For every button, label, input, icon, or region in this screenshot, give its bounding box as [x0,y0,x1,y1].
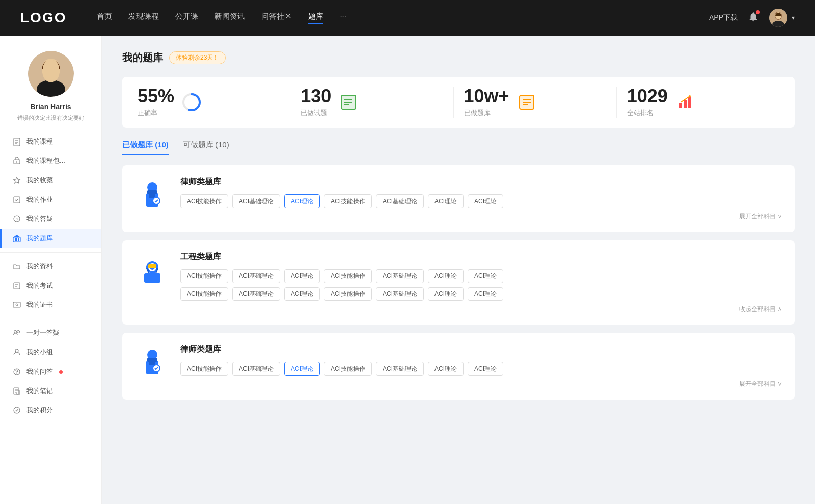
etag-9[interactable]: ACI理论 [284,287,320,301]
tag-5[interactable]: ACI理论 [428,194,464,208]
etag-12[interactable]: ACI理论 [428,287,464,301]
sidebar-item-exam-label: 我的考试 [26,281,53,290]
sidebar-avatar [28,51,74,97]
etag-13[interactable]: ACI理论 [468,287,503,301]
svg-rect-58 [147,190,157,194]
etag-1[interactable]: ACI基础理论 [232,269,280,283]
sidebar-item-notes[interactable]: 我的笔记 [0,381,101,401]
svg-rect-26 [13,302,20,307]
package-icon [12,156,21,165]
sidebar-item-exam[interactable]: 我的考试 [0,276,101,295]
stat-questions-value: 130 [301,87,331,105]
tag-1[interactable]: ACI基础理论 [232,194,280,208]
stat-rank-value: 1029 [627,87,668,105]
stat-accuracy-value: 55% [138,87,174,105]
l2tag-5[interactable]: ACI理论 [428,362,464,376]
stat-rank: 1029 全站排名 [617,87,779,118]
notes-icon [12,386,21,396]
l2tag-0[interactable]: ACI技能操作 [180,362,228,376]
nav-qa[interactable]: 问答社区 [261,12,292,24]
page-title-row: 我的题库 体验剩余23天！ [122,51,795,65]
sidebar-item-bank-label: 我的题库 [26,234,53,243]
sidebar-item-package[interactable]: 我的课程包... [0,151,101,171]
svg-rect-21 [18,238,19,241]
course-icon [12,137,21,146]
user-avatar-nav[interactable]: ▾ [769,9,795,27]
nav-more[interactable]: ··· [340,12,346,24]
exam-icon [12,281,21,290]
etag-5[interactable]: ACI理论 [428,269,464,283]
sidebar-item-cert[interactable]: 我的证书 [0,295,101,315]
qbank-title-lawyer-2: 律师类题库 [180,344,782,355]
stat-banks-icon [517,92,537,113]
l2tag-3[interactable]: ACI技能操作 [324,362,372,376]
sidebar-item-homework[interactable]: 我的作业 [0,190,101,209]
svg-rect-52 [688,97,691,108]
tag-2[interactable]: ACI理论 [284,194,320,208]
svg-point-29 [17,331,20,333]
etag-4[interactable]: ACI基础理论 [376,269,424,283]
qbank-icon-lawyer-2 [134,344,170,380]
l2tag-1[interactable]: ACI基础理论 [232,362,280,376]
svg-rect-63 [148,264,156,268]
etag-0[interactable]: ACI技能操作 [180,269,228,283]
qbank-tags-engineer-row1: ACI技能操作 ACI基础理论 ACI理论 ACI技能操作 ACI基础理论 AC… [180,269,782,283]
sidebar-item-one-on-one[interactable]: 一对一答疑 [0,323,101,343]
qbank-title-engineer: 工程类题库 [180,251,782,262]
main-content: 我的题库 体验剩余23天！ 55% 正确率 [102,36,815,504]
nav-discover[interactable]: 发现课程 [128,12,159,24]
sidebar-item-group[interactable]: 我的小组 [0,343,101,362]
tag-6[interactable]: ACI理论 [468,194,503,208]
sidebar-item-questions-label: 我的问答 [26,367,53,376]
nav-open-course[interactable]: 公开课 [175,12,198,24]
stat-questions: 130 已做试题 [290,87,453,118]
tab-available[interactable]: 可做题库 (10) [183,140,229,155]
expand-link-lawyer-2[interactable]: 展开全部科目 ∨ [180,380,782,388]
etag-6[interactable]: ACI理论 [468,269,503,283]
expand-link-engineer[interactable]: 收起全部科目 ∧ [180,305,782,314]
avatar-svg [28,51,74,97]
sidebar-item-questions[interactable]: 我的问答 [0,362,101,381]
sidebar-item-points[interactable]: 我的积分 [0,401,101,420]
l2tag-4[interactable]: ACI基础理论 [376,362,424,376]
tag-0[interactable]: ACI技能操作 [180,194,228,208]
tabs-row: 已做题库 (10) 可做题库 (10) [122,140,795,155]
sidebar-item-notes-label: 我的笔记 [26,386,53,396]
svg-rect-15 [14,197,20,203]
stat-questions-icon [338,92,359,113]
svg-rect-62 [144,273,160,283]
sidebar-item-qa-my[interactable]: ? 我的答疑 [0,209,101,229]
tag-3[interactable]: ACI技能操作 [324,194,372,208]
svg-rect-51 [684,100,687,108]
etag-8[interactable]: ACI基础理论 [232,287,280,301]
etag-11[interactable]: ACI基础理论 [376,287,424,301]
l2tag-6[interactable]: ACI理论 [468,362,503,376]
etag-2[interactable]: ACI理论 [284,269,320,283]
qbank-tags-lawyer-2: ACI技能操作 ACI基础理论 ACI理论 ACI技能操作 ACI基础理论 AC… [180,362,782,376]
l2tag-2[interactable]: ACI理论 [284,362,320,376]
etag-10[interactable]: ACI技能操作 [324,287,372,301]
cert-icon [12,300,21,310]
tab-done[interactable]: 已做题库 (10) [122,140,169,155]
stat-banks-value: 10w+ [464,87,509,105]
app-download-link[interactable]: APP下载 [709,13,738,22]
nav-bank[interactable]: 题库 [308,12,323,24]
questions-notification-dot [59,370,63,374]
sidebar-item-points-label: 我的积分 [26,406,53,415]
sidebar-item-favorites[interactable]: 我的收藏 [0,171,101,190]
sidebar-item-courses-label: 我的课程 [26,137,53,146]
sidebar-item-courses[interactable]: 我的课程 [0,132,101,151]
notification-bell[interactable] [748,11,759,24]
nav-home[interactable]: 首页 [97,12,112,24]
qbank-right-engineer: 工程类题库 ACI技能操作 ACI基础理论 ACI理论 ACI技能操作 ACI基… [180,251,782,314]
tag-4[interactable]: ACI基础理论 [376,194,424,208]
sidebar-item-favorites-label: 我的收藏 [26,176,53,185]
qbank-card-lawyer-2: 律师类题库 ACI技能操作 ACI基础理论 ACI理论 ACI技能操作 ACI基… [122,333,795,400]
stats-row: 55% 正确率 130 已做试题 [122,77,795,128]
nav-news[interactable]: 新闻资讯 [214,12,245,24]
sidebar-item-material[interactable]: 我的资料 [0,257,101,276]
etag-3[interactable]: ACI技能操作 [324,269,372,283]
sidebar-item-bank[interactable]: 我的题库 [0,229,101,248]
expand-link-lawyer-1[interactable]: 展开全部科目 ∨ [180,212,782,221]
etag-7[interactable]: ACI技能操作 [180,287,228,301]
